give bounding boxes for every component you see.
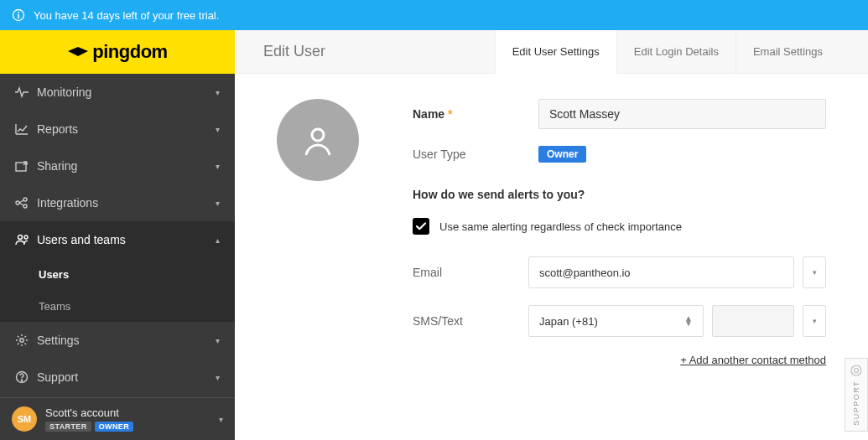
sidebar-item-monitoring[interactable]: Monitoring ▾	[0, 74, 235, 111]
trial-text: You have 14 days left of your free trial…	[34, 9, 219, 22]
share-icon	[15, 160, 37, 172]
gear-icon	[15, 334, 37, 347]
sidebar-item-support[interactable]: Support ▾	[0, 359, 235, 396]
sidebar-item-label: Support	[37, 370, 216, 384]
account-name: Scott's account	[45, 406, 219, 419]
tab-edit-user-settings[interactable]: Edit User Settings	[495, 30, 616, 74]
svg-point-6	[23, 204, 27, 208]
sidebar: pingdom Monitoring ▾ Reports ▾ Sharing ▾…	[0, 30, 235, 440]
check-icon	[415, 220, 427, 232]
account-info: Scott's account STARTER OWNER	[45, 406, 219, 432]
svg-point-7	[18, 236, 23, 240]
tab-edit-login-details[interactable]: Edit Login Details	[616, 30, 735, 73]
chevron-up-icon: ▴	[216, 236, 220, 245]
chevron-down-icon: ▾	[216, 373, 220, 382]
email-label: Email	[413, 266, 528, 279]
trial-banner: You have 14 days left of your free trial…	[0, 0, 868, 30]
sms-options-dropdown[interactable]: ▾	[803, 305, 826, 337]
sms-country-value: Japan (+81)	[539, 315, 598, 328]
tab-label: Edit Login Details	[634, 45, 719, 58]
support-tab-label: SUPPORT	[852, 380, 860, 426]
sidebar-subnav: Users Teams	[0, 258, 235, 322]
pulse-icon	[15, 86, 37, 98]
alerts-heading: How do we send alerts to you?	[413, 188, 826, 201]
sidebar-item-label: Sharing	[37, 159, 216, 173]
sidebar-item-integrations[interactable]: Integrations ▾	[0, 184, 235, 221]
svg-point-12	[312, 129, 324, 141]
svg-point-13	[851, 365, 861, 375]
svg-point-14	[855, 369, 859, 373]
add-contact-link[interactable]: + Add another contact method	[413, 354, 826, 366]
same-alerting-checkbox[interactable]	[413, 218, 429, 235]
chart-icon	[15, 123, 37, 135]
chevron-down-icon: ▾	[216, 162, 220, 171]
person-icon	[298, 120, 338, 160]
chevron-down-icon: ▾	[216, 336, 220, 345]
sms-phone-input[interactable]	[712, 305, 794, 337]
name-input[interactable]	[538, 99, 826, 129]
nodes-icon	[15, 197, 37, 209]
tab-label: Edit User Settings	[512, 45, 600, 58]
svg-point-11	[21, 380, 22, 380]
svg-rect-2	[18, 14, 19, 18]
sidebar-subitem-label: Teams	[39, 300, 70, 313]
tabs: Edit User Settings Edit Login Details Em…	[495, 30, 839, 73]
svg-point-4	[16, 201, 19, 204]
sidebar-item-settings[interactable]: Settings ▾	[0, 322, 235, 359]
sidebar-subitem-label: Users	[39, 268, 69, 281]
user-type-label: User Type	[413, 148, 538, 161]
users-icon	[15, 234, 37, 246]
sidebar-item-users-teams[interactable]: Users and teams ▴	[0, 221, 235, 258]
sidebar-item-label: Users and teams	[37, 233, 216, 246]
same-alerting-row[interactable]: Use same alerting regardless of check im…	[413, 218, 826, 235]
sidebar-item-label: Settings	[37, 334, 216, 347]
account-switcher[interactable]: SM Scott's account STARTER OWNER ▾	[0, 397, 235, 440]
help-icon	[15, 370, 37, 384]
sidebar-subitem-users[interactable]: Users	[0, 258, 235, 290]
stepper-icon: ▲▼	[684, 316, 693, 326]
name-label: Name *	[413, 107, 538, 121]
avatar: SM	[12, 406, 37, 432]
tab-email-settings[interactable]: Email Settings	[735, 30, 839, 73]
support-side-tab[interactable]: SUPPORT	[845, 358, 868, 432]
topbar: Edit User Edit User Settings Edit Login …	[235, 30, 868, 74]
svg-point-9	[20, 339, 23, 342]
brand-swoosh-icon	[67, 44, 89, 60]
email-options-dropdown[interactable]: ▾	[803, 256, 826, 288]
page-title: Edit User	[263, 43, 495, 60]
avatar-large[interactable]	[277, 99, 359, 181]
sidebar-item-label: Monitoring	[37, 85, 216, 99]
plan-badge: STARTER	[45, 422, 91, 432]
svg-point-1	[18, 12, 19, 13]
content: Name * User Type Owner How do we send al…	[235, 74, 868, 440]
sidebar-item-label: Reports	[37, 122, 216, 136]
main: Edit User Edit User Settings Edit Login …	[235, 30, 868, 440]
svg-point-8	[24, 236, 28, 239]
svg-point-5	[23, 198, 27, 201]
email-input[interactable]	[528, 256, 794, 288]
chevron-down-icon: ▾	[219, 415, 223, 424]
chevron-down-icon: ▾	[216, 125, 220, 134]
sms-country-select[interactable]: Japan (+81) ▲▼	[528, 305, 704, 337]
same-alerting-label: Use same alerting regardless of check im…	[439, 220, 682, 233]
sidebar-item-sharing[interactable]: Sharing ▾	[0, 148, 235, 184]
chevron-down-icon: ▾	[216, 199, 220, 208]
tab-label: Email Settings	[753, 45, 823, 58]
user-type-badge: Owner	[538, 146, 586, 163]
brand-bar[interactable]: pingdom	[0, 30, 235, 74]
sms-label: SMS/Text	[413, 314, 528, 328]
sidebar-item-label: Integrations	[37, 196, 216, 210]
lifebuoy-icon	[850, 364, 863, 377]
role-badge: OWNER	[95, 422, 134, 432]
brand-text: pingdom	[92, 41, 167, 63]
required-marker: *	[448, 107, 452, 121]
nav: Monitoring ▾ Reports ▾ Sharing ▾ Integra…	[0, 74, 235, 397]
sidebar-item-reports[interactable]: Reports ▾	[0, 111, 235, 148]
info-icon	[12, 8, 25, 22]
sidebar-subitem-teams[interactable]: Teams	[0, 290, 235, 322]
chevron-down-icon: ▾	[216, 88, 220, 97]
